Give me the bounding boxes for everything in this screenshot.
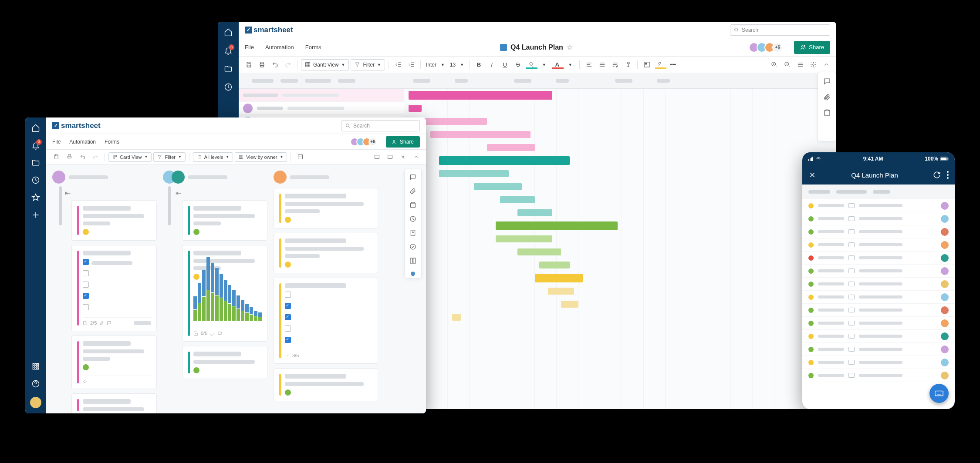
collapse-icon[interactable] [821,59,832,70]
gantt-bar[interactable] [474,183,522,190]
mobile-row[interactable] [802,199,955,212]
proofs-icon[interactable] [409,201,416,208]
home-icon[interactable] [31,124,40,132]
gantt-group-bar[interactable] [409,91,552,100]
zoom-out-icon[interactable] [781,59,793,70]
mobile-row[interactable] [802,212,955,225]
more-icon[interactable] [947,171,949,179]
mobile-row[interactable] [802,330,955,343]
folder-icon[interactable] [31,158,40,167]
expand-icon[interactable]: ⇤ [175,190,181,196]
view-selector[interactable]: Gantt View▼ [301,59,349,70]
recent-icon[interactable] [31,176,40,185]
proofs-icon[interactable] [823,109,831,117]
format-icon[interactable] [622,59,634,70]
apps-icon[interactable] [31,362,40,371]
mobile-row[interactable] [802,252,955,265]
refresh-icon[interactable] [933,171,941,179]
recent-icon[interactable] [224,83,233,91]
redo-icon[interactable] [90,151,101,163]
mobile-row[interactable] [802,369,955,382]
gantt-group-bar[interactable] [496,221,618,230]
highlight-icon[interactable] [654,59,666,70]
avatar-overflow[interactable]: +6 [368,138,377,146]
gantt-timeline[interactable] [404,73,836,409]
zoom-in-icon[interactable] [768,59,780,70]
menu-automation[interactable]: Automation [265,44,294,50]
mobile-row[interactable] [802,238,955,252]
share-button[interactable]: Share [386,136,420,148]
menu-forms[interactable]: Forms [105,139,119,145]
card[interactable] [182,200,267,241]
indent-icon[interactable] [406,59,417,70]
bold-icon[interactable]: B [473,59,484,70]
comments-icon[interactable] [823,77,831,85]
notifications-icon[interactable]: 3 [31,141,40,150]
card[interactable]: 3/5 [274,278,378,364]
gantt-bar[interactable] [561,301,578,308]
align-left-icon[interactable] [583,59,595,70]
save-icon[interactable] [51,151,62,163]
card[interactable] [182,346,267,379]
mobile-row[interactable] [802,304,955,317]
card[interactable] [274,233,378,273]
home-icon[interactable] [224,28,233,37]
avatar-overflow[interactable]: +6 [772,42,783,53]
favorite-star-icon[interactable]: ☆ [567,43,573,51]
wrap-icon[interactable] [609,59,621,70]
keyboard-fab[interactable] [929,384,949,403]
card[interactable] [71,393,157,413]
cell-link-icon[interactable] [409,257,416,264]
gantt-bar[interactable] [439,170,509,177]
viewby-selector[interactable]: View by owner▼ [235,152,287,162]
underline-icon[interactable]: U [499,59,510,70]
outdent-icon[interactable] [392,59,404,70]
gantt-group-bar[interactable] [439,156,570,165]
search-input[interactable]: Search [730,24,830,36]
comments-icon[interactable] [409,174,416,181]
summary-icon[interactable] [409,243,416,250]
mobile-row[interactable] [802,356,955,369]
fontsize-selector[interactable]: 13▼ [448,59,466,70]
gantt-bar[interactable] [517,248,561,255]
font-selector[interactable]: Inter▼ [424,59,446,70]
align-v-icon[interactable] [596,59,608,70]
gantt-bar[interactable] [548,288,574,295]
gantt-bar[interactable] [517,209,552,216]
text-color-icon[interactable]: A [551,59,563,70]
menu-automation[interactable]: Automation [69,139,96,145]
mobile-row[interactable] [802,291,955,304]
print-icon[interactable] [64,151,75,163]
more-icon[interactable]: ••• [667,59,679,70]
italic-icon[interactable]: I [486,59,497,70]
publish-icon[interactable] [409,229,416,236]
save-icon[interactable] [243,59,254,70]
gantt-bar[interactable] [539,262,570,268]
mobile-list[interactable] [802,199,955,409]
gantt-group-bar[interactable] [535,274,583,282]
levels-selector[interactable]: All levels▼ [193,152,233,162]
card[interactable] [71,200,157,241]
attachments-icon[interactable] [823,93,831,101]
gantt-row[interactable] [239,89,404,102]
help-icon[interactable] [31,379,40,388]
expand-icon[interactable]: ⇤ [64,190,71,196]
undo-icon[interactable] [77,151,88,163]
activity-icon[interactable] [409,215,416,222]
gear-icon[interactable] [808,59,819,70]
redo-icon[interactable] [282,59,294,70]
view-selector[interactable]: Card View▼ [108,152,152,162]
folder-icon[interactable] [224,64,233,73]
add-icon[interactable] [31,211,40,219]
fill-color-icon[interactable] [525,59,537,70]
conditional-fmt-icon[interactable] [641,59,652,70]
textcolor-dropdown-icon[interactable]: ▼ [564,59,576,70]
notifications-icon[interactable]: 3 [224,46,233,55]
mobile-row[interactable] [802,225,955,238]
card[interactable]: 0/5 [182,245,267,342]
scrollbar[interactable] [59,186,62,225]
fill-dropdown-icon[interactable]: ▼ [538,59,550,70]
mobile-row[interactable] [802,265,955,278]
collaborator-avatars[interactable]: +6 [751,42,783,53]
mobile-row[interactable] [802,343,955,356]
